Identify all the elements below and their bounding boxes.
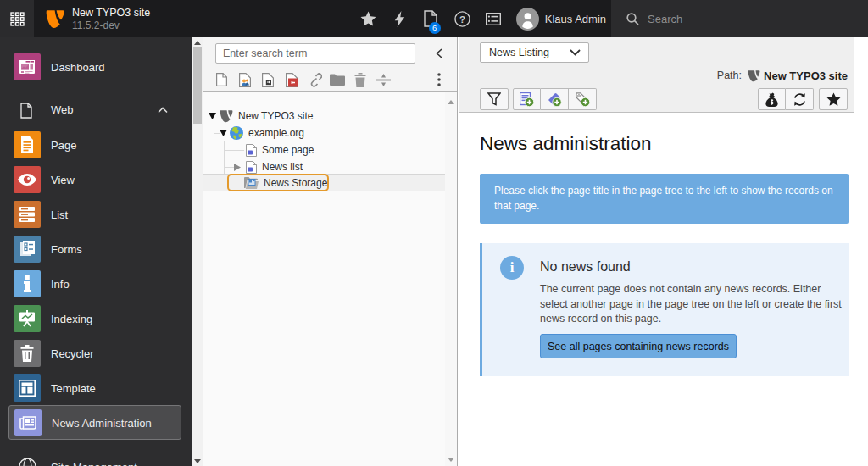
tree-node-some-page[interactable]: Some page — [246, 141, 314, 158]
new-shortcut-drag-handle[interactable] — [236, 68, 254, 92]
moneybag-icon — [765, 92, 778, 107]
help-toolbar-item[interactable]: ? — [447, 0, 478, 37]
new-page-users-icon — [239, 73, 251, 87]
tree-expand-toggle[interactable] — [220, 130, 227, 136]
new-page-drag-handle[interactable] — [212, 68, 231, 92]
no-news-callout: i No news found The current page does no… — [480, 243, 849, 376]
sidebar-item-dashboard[interactable]: Dashboard — [0, 53, 192, 88]
module-body: News administration Please click the pag… — [459, 114, 868, 466]
chevron-up-icon — [158, 107, 168, 114]
page-module-icon — [14, 131, 41, 158]
scroll-down-arrow[interactable] — [192, 456, 203, 466]
page-tree-panel: New TYPO3 site example.org Some pa — [203, 37, 458, 466]
function-select[interactable]: News Listing — [480, 42, 589, 63]
new-folder-drag-handle[interactable] — [328, 68, 347, 92]
avatar — [516, 8, 539, 31]
tree-node-label: New TYPO3 site — [238, 110, 313, 122]
sidebar-item-list[interactable]: List — [0, 201, 192, 236]
tree-expand-toggle[interactable] — [209, 113, 216, 119]
sidebar-item-label: Indexing — [51, 305, 92, 332]
tree-more-options[interactable] — [430, 68, 448, 92]
tree-selection-ring — [227, 174, 329, 191]
new-category-button[interactable] — [541, 88, 569, 110]
sidebar-scrollbar[interactable] — [192, 37, 203, 466]
new-news-record-button[interactable] — [513, 88, 541, 110]
module-menu-toggle-button[interactable] — [0, 0, 34, 37]
sidebar-item-news-administration[interactable]: News Administration — [8, 405, 181, 440]
bookmarks-toolbar-item[interactable] — [353, 0, 384, 37]
paid-content-button[interactable] — [758, 88, 786, 110]
sidebar-group-site-management[interactable]: Site Management — [0, 456, 192, 466]
sidebar-item-recycler[interactable]: Recycler — [0, 340, 192, 374]
scroll-up-arrow[interactable] — [192, 37, 203, 47]
delete-drop-zone[interactable] — [351, 68, 370, 92]
kebab-menu-icon — [437, 73, 441, 86]
typo3-site-icon — [219, 109, 233, 123]
new-page-mount-icon — [286, 73, 298, 87]
tree-expand-toggle[interactable] — [234, 164, 241, 171]
tag-plus-icon — [576, 92, 590, 107]
tree-scrollbar[interactable] — [445, 92, 457, 466]
new-record-buttons — [513, 88, 597, 110]
tree-node-root[interactable]: New TYPO3 site — [209, 108, 313, 125]
sidebar-item-template[interactable]: Template — [0, 374, 192, 409]
scrollbar-thumb[interactable] — [193, 47, 202, 124]
clear-cache-toolbar-item[interactable] — [384, 0, 415, 37]
folder-icon — [330, 74, 345, 86]
info-alert: Please click the page title in the page … — [480, 174, 849, 224]
bookmark-button[interactable] — [819, 88, 848, 110]
scroll-down-arrow[interactable] — [445, 454, 457, 464]
new-link-page-drag-handle[interactable] — [259, 68, 277, 92]
info-module-icon — [14, 270, 41, 297]
new-divider-drag-handle[interactable] — [374, 68, 392, 92]
scroll-up-arrow[interactable] — [445, 97, 457, 107]
sidebar-item-label: Info — [51, 270, 70, 297]
user-toolbar-item[interactable]: Klaus Admin — [509, 0, 611, 37]
filter-button[interactable] — [480, 88, 509, 110]
chevron-left-icon — [436, 48, 442, 58]
sidebar-group-label: Web — [51, 96, 74, 123]
sidebar-item-forms[interactable]: Forms — [0, 236, 192, 270]
dashboard-icon — [14, 53, 41, 80]
star-icon — [826, 92, 841, 106]
link-tool[interactable] — [305, 68, 324, 92]
page-tree-header — [203, 37, 457, 92]
search-placeholder: Search — [648, 13, 682, 25]
sidebar-item-label: Page — [51, 131, 76, 158]
svg-text:?: ? — [459, 14, 465, 24]
opendocs-count-badge: 6 — [429, 22, 441, 34]
sidebar-item-view[interactable]: View — [0, 166, 192, 201]
tree-node-site[interactable]: example.org — [220, 125, 304, 141]
new-tag-button[interactable] — [569, 88, 597, 110]
list-module-icon — [14, 201, 41, 228]
trash-icon — [354, 73, 366, 87]
tree-search-input[interactable] — [215, 43, 415, 64]
refresh-icon — [793, 92, 807, 107]
refresh-button[interactable] — [786, 88, 814, 110]
path-label: Path: — [717, 69, 742, 81]
tree-collapse-button[interactable] — [431, 45, 448, 62]
page-tree: New TYPO3 site example.org Some pa — [203, 92, 457, 466]
indexing-module-icon — [14, 305, 41, 332]
systeminformation-toolbar-item[interactable] — [478, 0, 509, 37]
new-mount-page-drag-handle[interactable] — [282, 68, 301, 92]
sidebar-item-indexing[interactable]: Indexing — [0, 305, 192, 340]
site-management-icon — [19, 458, 36, 466]
tree-toolbar — [203, 68, 457, 92]
sidebar-item-page[interactable]: Page — [0, 131, 192, 166]
username: Klaus Admin — [545, 13, 606, 25]
site-brand[interactable]: New TYPO3 site 11.5.2-dev — [34, 0, 150, 37]
topbar-search[interactable]: Search — [611, 0, 868, 37]
forms-module-icon — [14, 236, 41, 263]
news-administration-icon — [14, 409, 42, 436]
page-icon — [246, 161, 257, 174]
site-title: New TYPO3 site — [72, 7, 150, 19]
sidebar-item-label: Recycler — [51, 340, 94, 367]
sidebar-item-label: List — [51, 201, 68, 228]
tree-node-news-list[interactable]: News list — [234, 158, 303, 175]
see-all-pages-button[interactable]: See all pages containing news records — [540, 334, 737, 358]
sidebar-group-web[interactable]: Web — [0, 96, 192, 130]
opendocs-toolbar-item[interactable]: 6 — [415, 0, 447, 37]
sidebar-item-info[interactable]: Info — [0, 270, 192, 305]
globe-icon — [230, 126, 243, 140]
